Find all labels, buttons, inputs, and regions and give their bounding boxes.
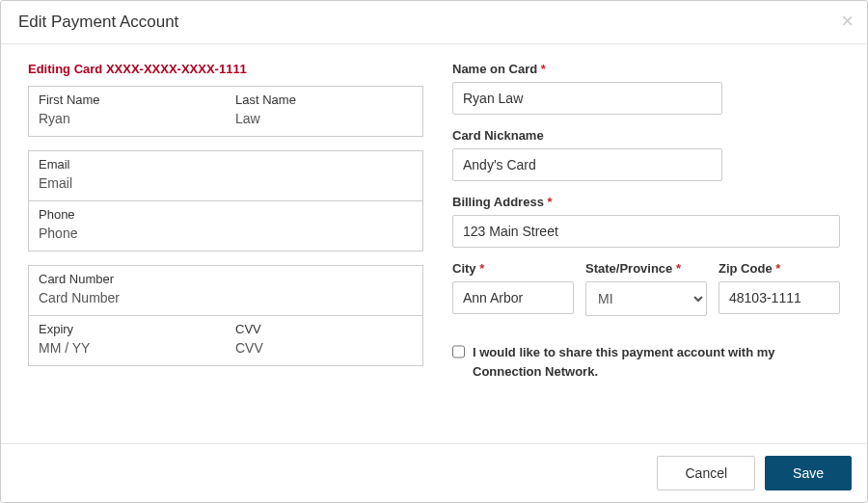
left-column: Editing Card XXXX-XXXX-XXXX-1111 First N… bbox=[28, 62, 423, 381]
modal-header: Edit Payment Account × bbox=[1, 1, 867, 44]
last-name-input[interactable] bbox=[235, 109, 413, 128]
right-column: Name on Card * Card Nickname Billing Add… bbox=[452, 62, 840, 381]
share-checkbox[interactable] bbox=[452, 345, 465, 358]
zip-label: Zip Code * bbox=[719, 261, 840, 276]
email-label: Email bbox=[39, 157, 413, 172]
contact-box: Email Phone bbox=[28, 150, 423, 252]
cancel-button[interactable]: Cancel bbox=[657, 456, 755, 490]
card-nickname-input[interactable] bbox=[452, 148, 722, 181]
card-number-label: Card Number bbox=[39, 272, 413, 286]
first-name-input[interactable] bbox=[39, 109, 216, 128]
modal-body: Editing Card XXXX-XXXX-XXXX-1111 First N… bbox=[1, 44, 867, 390]
billing-address-input[interactable] bbox=[452, 215, 840, 248]
name-on-card-input[interactable] bbox=[452, 82, 722, 115]
share-checkbox-label[interactable]: I would like to share this payment accou… bbox=[473, 343, 840, 381]
share-checkbox-row: I would like to share this payment accou… bbox=[452, 343, 840, 381]
modal-footer: Cancel Save bbox=[1, 443, 867, 502]
save-button[interactable]: Save bbox=[765, 456, 852, 490]
last-name-label: Last Name bbox=[235, 93, 413, 107]
card-nickname-label: Card Nickname bbox=[452, 128, 840, 143]
first-name-label: First Name bbox=[39, 93, 216, 107]
close-icon[interactable]: × bbox=[841, 11, 854, 32]
phone-label: Phone bbox=[39, 207, 413, 222]
phone-input[interactable] bbox=[39, 224, 413, 243]
state-select[interactable]: MI bbox=[585, 281, 707, 316]
billing-address-label: Billing Address * bbox=[452, 195, 840, 209]
expiry-input[interactable] bbox=[39, 338, 216, 357]
name-box: First Name Last Name bbox=[28, 86, 423, 137]
zip-input[interactable] bbox=[719, 281, 840, 314]
name-on-card-label: Name on Card * bbox=[452, 62, 840, 76]
edit-payment-modal: Edit Payment Account × Editing Card XXXX… bbox=[0, 0, 868, 503]
editing-card-notice: Editing Card XXXX-XXXX-XXXX-1111 bbox=[28, 62, 423, 76]
state-label: State/Province * bbox=[585, 261, 707, 276]
city-label: City * bbox=[452, 261, 574, 276]
card-box: Card Number Expiry CVV bbox=[28, 265, 423, 366]
modal-title: Edit Payment Account bbox=[18, 13, 850, 32]
expiry-label: Expiry bbox=[39, 322, 216, 336]
card-number-input[interactable] bbox=[39, 288, 413, 307]
cvv-label: CVV bbox=[235, 322, 413, 336]
cvv-input[interactable] bbox=[235, 338, 413, 357]
city-input[interactable] bbox=[452, 281, 574, 314]
email-input[interactable] bbox=[39, 173, 413, 193]
